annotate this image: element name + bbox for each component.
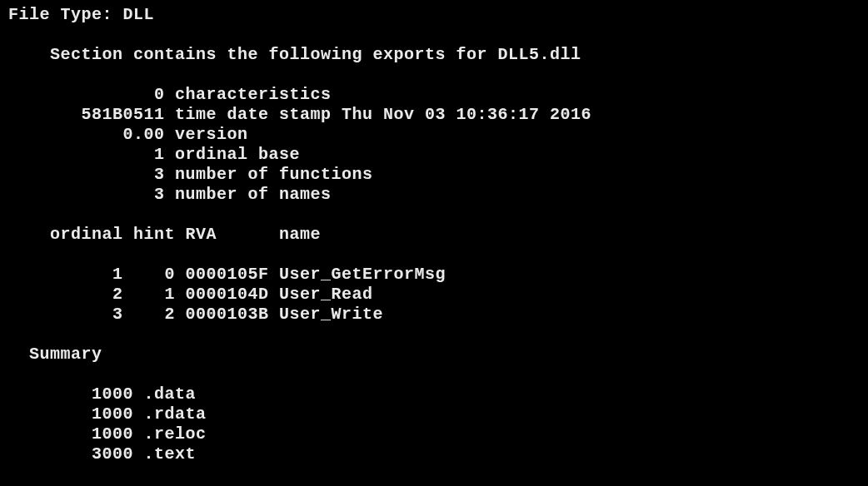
exports-header: Section contains the following exports f… bbox=[8, 45, 581, 64]
summary-row: 1000 .data bbox=[8, 384, 196, 404]
terminal-output: File Type: DLL Section contains the foll… bbox=[0, 0, 868, 473]
export-row: 3 2 0000103B User_Write bbox=[8, 305, 383, 324]
summary-row: 3000 .text bbox=[8, 444, 196, 464]
hdr-num-functions: 3 number of functions bbox=[8, 165, 373, 184]
hdr-ordinal-base: 1 ordinal base bbox=[8, 145, 300, 164]
export-row: 2 1 0000104D User_Read bbox=[8, 285, 373, 304]
hdr-timestamp: 581B0511 time date stamp Thu Nov 03 10:3… bbox=[8, 105, 591, 124]
file-type-label: File Type: bbox=[8, 5, 123, 24]
summary-row: 1000 .rdata bbox=[8, 404, 207, 424]
hdr-num-names: 3 number of names bbox=[8, 185, 332, 204]
file-type-value: DLL bbox=[123, 5, 155, 24]
export-row: 1 0 0000105F User_GetErrorMsg bbox=[8, 265, 446, 284]
hdr-characteristics: 0 characteristics bbox=[8, 85, 332, 104]
summary-label: Summary bbox=[8, 345, 102, 364]
export-table-header: ordinal hint RVA name bbox=[8, 225, 321, 244]
hdr-version: 0.00 version bbox=[8, 125, 248, 144]
summary-row: 1000 .reloc bbox=[8, 424, 207, 444]
file-type-line: File Type: DLL bbox=[8, 5, 154, 24]
